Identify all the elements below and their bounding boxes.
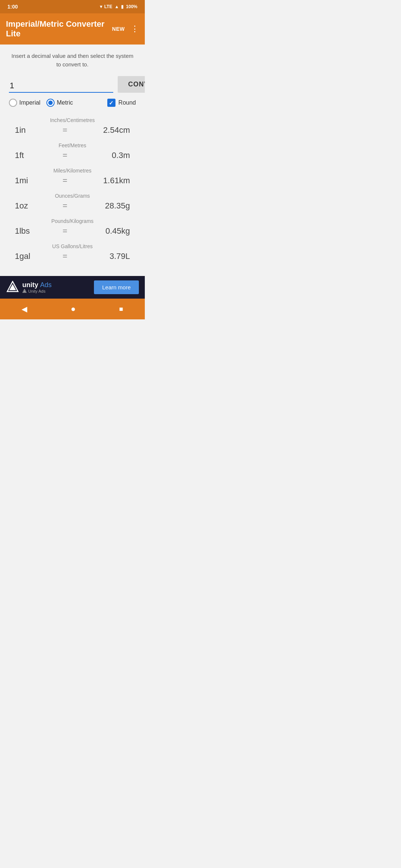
gallons-row: 1gal = 3.79L [9, 251, 136, 261]
imperial-radio-circle [9, 99, 17, 107]
imperial-label: Imperial [19, 99, 40, 106]
miles-row: 1mi = 1.61km [9, 176, 136, 185]
unity-text-block: unity Ads Unity Ads [22, 281, 52, 293]
inches-eq: = [63, 125, 68, 135]
status-time: 1:00 [7, 4, 18, 10]
ounces-label: Ounces/Grams [9, 193, 136, 199]
pounds-group: Pounds/Kilograms 1lbs = 0.45kg [9, 218, 136, 236]
ad-banner: unity Ads Unity Ads Learn more [0, 276, 145, 299]
input-row: CONVERT [9, 76, 136, 93]
home-button[interactable]: ● [68, 301, 78, 317]
unity-ads-sub-text: Unity Ads [28, 289, 45, 293]
nav-bar: ◀ ● ■ [0, 299, 145, 319]
options-row: Imperial Metric Round [9, 99, 136, 107]
pounds-label: Pounds/Kilograms [9, 218, 136, 224]
battery-label: 100% [126, 4, 137, 9]
recents-button[interactable]: ■ [116, 302, 126, 316]
gallons-eq: = [63, 251, 68, 261]
pounds-row: 1lbs = 0.45kg [9, 226, 136, 236]
app-bar: Imperial/Metric Converter Lite NEW ⋮ [0, 13, 145, 45]
convert-button[interactable]: CONVERT [118, 76, 145, 93]
pounds-from: 1lbs [15, 226, 45, 236]
pounds-to: 0.45kg [85, 226, 130, 236]
ounces-eq: = [63, 201, 68, 211]
wifi-icon: ▾ [100, 4, 102, 9]
gallons-label: US Gallons/Litres [9, 243, 136, 249]
conversion-results: Inches/Centimetres 1in = 2.54cm Feet/Met… [9, 117, 136, 269]
round-checkbox-box [107, 99, 115, 107]
feet-group: Feet/Metres 1ft = 0.3m [9, 142, 136, 160]
metric-radio-circle [46, 99, 55, 107]
miles-from: 1mi [15, 176, 45, 185]
metric-radio[interactable]: Metric [46, 99, 73, 107]
app-bar-actions: NEW ⋮ [112, 25, 139, 33]
gallons-group: US Gallons/Litres 1gal = 3.79L [9, 243, 136, 261]
inches-row: 1in = 2.54cm [9, 125, 136, 135]
app-title: Imperial/Metric Converter Lite [6, 19, 112, 39]
ounces-row: 1oz = 28.35g [9, 201, 136, 211]
unit-radio-group: Imperial Metric [9, 99, 105, 107]
main-content: Insert a decimal value and then select t… [0, 45, 145, 276]
lte-label: LTE [104, 4, 113, 9]
round-label: Round [118, 99, 136, 106]
unity-ads-text: Ads [40, 281, 52, 289]
feet-label: Feet/Metres [9, 142, 136, 148]
feet-to: 0.3m [85, 151, 130, 160]
round-checkbox[interactable]: Round [107, 99, 136, 107]
inches-label: Inches/Centimetres [9, 117, 136, 123]
feet-eq: = [63, 151, 68, 160]
ounces-to: 28.35g [85, 201, 130, 211]
imperial-radio[interactable]: Imperial [9, 99, 40, 107]
miles-group: Miles/Kilometres 1mi = 1.61km [9, 168, 136, 185]
inches-group: Inches/Centimetres 1in = 2.54cm [9, 117, 136, 135]
value-input[interactable] [9, 79, 113, 93]
inches-from: 1in [15, 125, 45, 135]
unity-sub-icon [22, 289, 27, 293]
unity-logo-icon [6, 281, 19, 294]
ounces-group: Ounces/Grams 1oz = 28.35g [9, 193, 136, 211]
ounces-from: 1oz [15, 201, 45, 211]
metric-label: Metric [57, 99, 73, 106]
overflow-menu-button[interactable]: ⋮ [131, 25, 139, 33]
miles-to: 1.61km [85, 176, 130, 185]
miles-eq: = [63, 176, 68, 185]
signal-icon: ▲ [114, 4, 119, 9]
status-icons: ▾ LTE ▲ ▮ 100% [100, 4, 137, 9]
battery-icon: ▮ [121, 4, 124, 9]
instruction-text: Insert a decimal value and then select t… [9, 52, 136, 69]
learn-more-button[interactable]: Learn more [94, 280, 139, 294]
new-button[interactable]: NEW [112, 26, 125, 32]
inches-to: 2.54cm [85, 125, 130, 135]
gallons-to: 3.79L [85, 251, 130, 261]
status-bar: 1:00 ▾ LTE ▲ ▮ 100% [0, 0, 145, 13]
unity-name: unity Ads [22, 281, 52, 289]
unity-ads-sub: Unity Ads [22, 289, 52, 293]
back-button[interactable]: ◀ [19, 302, 30, 316]
gallons-from: 1gal [15, 251, 45, 261]
feet-row: 1ft = 0.3m [9, 151, 136, 160]
feet-from: 1ft [15, 151, 45, 160]
pounds-eq: = [63, 226, 68, 236]
unity-brand: unity Ads Unity Ads [6, 281, 52, 294]
miles-label: Miles/Kilometres [9, 168, 136, 174]
